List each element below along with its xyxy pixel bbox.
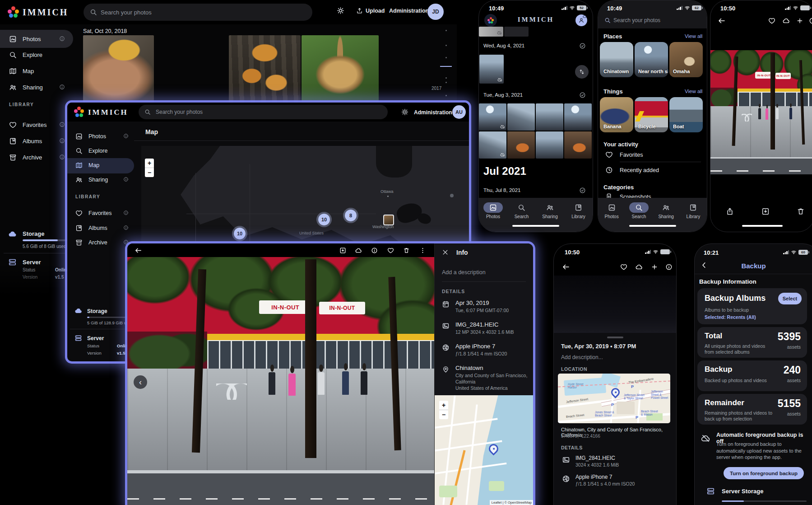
info-icon[interactable]	[123, 239, 129, 245]
thing-card[interactable]: Boat	[669, 97, 703, 132]
search-input[interactable]	[84, 4, 312, 21]
activity-favorites[interactable]: Favorites	[620, 152, 643, 158]
map-photo-marker[interactable]	[383, 215, 394, 225]
place-card[interactable]: Chinatown	[600, 42, 633, 77]
theme-toggle-icon[interactable]	[337, 7, 344, 14]
sidebar-item-map[interactable]: Map	[9, 67, 34, 75]
select-check-icon[interactable]	[579, 187, 586, 194]
location-map[interactable]: + − Leaflet | © OpenStreetMap	[435, 395, 533, 505]
select-check-icon[interactable]	[579, 42, 586, 49]
back-icon[interactable]	[718, 17, 726, 25]
info-icon[interactable]	[371, 247, 378, 254]
description-input[interactable]	[561, 353, 660, 362]
photo-thumbnail[interactable]	[479, 131, 506, 159]
search-input[interactable]	[613, 14, 690, 27]
map-cluster-marker[interactable]: 10	[232, 226, 247, 241]
info-icon[interactable]	[809, 17, 812, 24]
avatar[interactable]: AU	[452, 105, 466, 119]
zoom-out-button[interactable]: −	[439, 410, 448, 419]
sidebar-item-favorites[interactable]: Favorites	[75, 210, 111, 217]
map-cluster-marker[interactable]: 10	[316, 212, 332, 227]
things-view-all[interactable]: View all	[685, 89, 702, 94]
photo-thumbnail[interactable]	[479, 55, 504, 84]
zoom-in-button[interactable]: +	[439, 401, 448, 410]
photo-thumbnail[interactable]	[564, 131, 592, 159]
share-icon[interactable]	[726, 207, 734, 215]
sidebar-item-sharing[interactable]: Sharing	[9, 84, 43, 91]
photo-thumbnail[interactable]	[155, 35, 228, 103]
map-dot-marker[interactable]	[450, 194, 454, 197]
delete-icon[interactable]	[797, 207, 805, 215]
photo-thumbnail[interactable]	[83, 35, 154, 103]
theme-toggle-icon[interactable]	[401, 108, 408, 116]
sidebar-item-archive[interactable]: Archive	[75, 239, 107, 246]
info-icon[interactable]	[59, 138, 65, 144]
map-zoom-control[interactable]: + −	[145, 159, 154, 177]
turn-on-foreground-backup-button[interactable]: Turn on foreground backup	[724, 467, 804, 479]
favorite-icon[interactable]	[620, 263, 627, 271]
administration-link[interactable]: Administration	[414, 109, 452, 116]
sidebar-item-albums[interactable]: Albums	[9, 137, 42, 145]
photo-thumbnail[interactable]	[229, 35, 301, 103]
sidebar-item-explore[interactable]: Explore	[9, 51, 42, 59]
info-icon[interactable]	[59, 84, 65, 90]
download-icon[interactable]	[761, 207, 770, 215]
photo-thumbnail[interactable]	[479, 103, 506, 131]
photo-thumbnail[interactable]	[536, 103, 563, 131]
thing-card[interactable]: Bicycle	[635, 97, 668, 132]
favorite-icon[interactable]	[768, 17, 775, 24]
photo-thumbnail[interactable]	[507, 131, 535, 159]
avatar[interactable]: JD	[427, 4, 444, 20]
map-zoom-control[interactable]: + −	[439, 401, 448, 419]
place-card[interactable]: Omaha	[669, 42, 703, 77]
photo-thumbnail[interactable]	[479, 27, 503, 37]
photo-thumbnail[interactable]	[564, 103, 592, 131]
photo-thumbnail[interactable]	[504, 27, 529, 37]
sidebar-item-explore[interactable]: Explore	[75, 147, 107, 154]
sidebar-item-favorites[interactable]: Favorites	[9, 121, 46, 129]
map-cluster-marker[interactable]: 8	[343, 208, 358, 223]
sheet-drag-handle[interactable]	[607, 337, 623, 338]
sidebar-item-sharing[interactable]: Sharing	[75, 176, 108, 183]
upload-cloud-icon[interactable]	[636, 263, 643, 271]
nav-photos[interactable]: Photos	[479, 198, 507, 232]
sidebar-item-photos[interactable]: Photos	[9, 35, 41, 43]
select-button[interactable]: Select	[778, 293, 802, 304]
upload-cloud-icon[interactable]	[783, 17, 790, 24]
photo-thumbnail[interactable]	[507, 103, 535, 131]
favorite-icon[interactable]	[387, 247, 394, 254]
download-icon[interactable]	[339, 247, 346, 254]
thing-card[interactable]: Banana	[600, 97, 633, 132]
info-icon[interactable]	[59, 122, 65, 127]
add-icon[interactable]	[651, 263, 658, 271]
photo-innout[interactable]: IN-N-OUT IN-N-OUT	[710, 50, 812, 174]
delete-icon[interactable]	[403, 247, 410, 254]
zoom-out-button[interactable]: −	[145, 168, 154, 177]
place-card[interactable]: Near north side	[635, 42, 668, 77]
info-icon[interactable]	[123, 210, 129, 215]
description-input[interactable]	[442, 267, 526, 278]
timeline-scrubber-handle[interactable]	[575, 65, 589, 79]
info-icon[interactable]	[123, 177, 129, 182]
photo-thumbnail[interactable]	[536, 131, 563, 159]
map-attribution[interactable]: Leaflet | © OpenStreetMap	[490, 500, 533, 505]
info-icon[interactable]	[123, 133, 129, 139]
sidebar-item-map[interactable]: Map	[75, 162, 99, 169]
select-check-icon[interactable]	[579, 92, 586, 98]
search-input[interactable]	[139, 105, 388, 119]
close-icon[interactable]	[442, 249, 449, 256]
info-icon[interactable]	[123, 225, 129, 230]
previous-photo-button[interactable]: ‹	[134, 375, 147, 389]
upload-label[interactable]: Upload	[366, 8, 385, 14]
info-icon[interactable]	[665, 263, 673, 271]
activity-recently-added[interactable]: Recently added	[620, 167, 659, 173]
photo-innout[interactable]: IN-N-OUT IN-N-OUT	[127, 257, 434, 505]
location-title[interactable]: Chinatown	[455, 365, 483, 371]
add-icon[interactable]	[796, 17, 803, 24]
photo-dark[interactable]	[554, 276, 676, 333]
sidebar-item-archive[interactable]: Archive	[9, 154, 42, 161]
sidebar-item-albums[interactable]: Albums	[75, 224, 107, 232]
upload-cloud-icon[interactable]	[355, 247, 362, 254]
nav-library[interactable]: Library	[680, 198, 707, 232]
info-icon[interactable]	[59, 36, 65, 42]
